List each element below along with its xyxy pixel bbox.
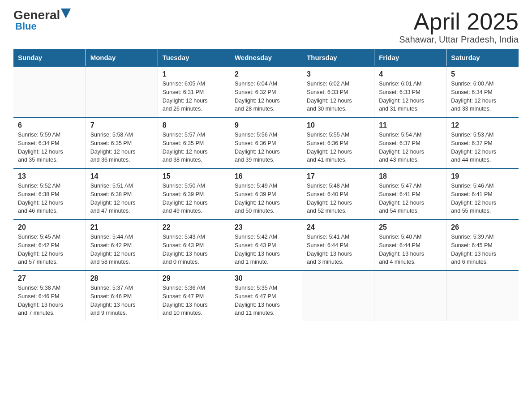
day-info: Sunrise: 5:43 AM Sunset: 6:43 PM Dayligh… — [163, 233, 225, 266]
day-info: Sunrise: 5:53 AM Sunset: 6:37 PM Dayligh… — [451, 131, 514, 164]
calendar-cell — [446, 270, 519, 321]
day-number: 30 — [235, 274, 297, 283]
calendar-cell — [86, 66, 158, 117]
day-number: 18 — [379, 172, 442, 180]
calendar-cell: 7Sunrise: 5:58 AM Sunset: 6:35 PM Daylig… — [86, 117, 158, 168]
calendar-week-row: 6Sunrise: 5:59 AM Sunset: 6:34 PM Daylig… — [13, 117, 519, 168]
day-number: 26 — [451, 223, 514, 231]
calendar-cell: 20Sunrise: 5:45 AM Sunset: 6:42 PM Dayli… — [13, 219, 86, 270]
calendar-cell: 10Sunrise: 5:55 AM Sunset: 6:36 PM Dayli… — [302, 117, 374, 168]
col-header-monday: Monday — [86, 49, 158, 66]
title-block: April 2025 Sahawar, Uttar Pradesh, India — [399, 9, 519, 45]
day-info: Sunrise: 5:46 AM Sunset: 6:41 PM Dayligh… — [451, 182, 514, 215]
day-info: Sunrise: 5:51 AM Sunset: 6:38 PM Dayligh… — [90, 182, 153, 215]
col-header-saturday: Saturday — [446, 49, 519, 66]
day-info: Sunrise: 5:49 AM Sunset: 6:39 PM Dayligh… — [235, 182, 297, 215]
calendar-cell: 30Sunrise: 5:35 AM Sunset: 6:47 PM Dayli… — [230, 270, 302, 321]
calendar-cell — [13, 66, 86, 117]
calendar-cell: 6Sunrise: 5:59 AM Sunset: 6:34 PM Daylig… — [13, 117, 86, 168]
day-number: 19 — [451, 172, 514, 180]
calendar-cell: 4Sunrise: 6:01 AM Sunset: 6:33 PM Daylig… — [374, 66, 446, 117]
calendar-cell: 16Sunrise: 5:49 AM Sunset: 6:39 PM Dayli… — [230, 168, 302, 219]
calendar-cell — [302, 270, 374, 321]
calendar-week-row: 20Sunrise: 5:45 AM Sunset: 6:42 PM Dayli… — [13, 219, 519, 270]
calendar-cell: 3Sunrise: 6:02 AM Sunset: 6:33 PM Daylig… — [302, 66, 374, 117]
col-header-thursday: Thursday — [302, 49, 374, 66]
day-number: 28 — [90, 274, 153, 283]
calendar-cell: 24Sunrise: 5:41 AM Sunset: 6:44 PM Dayli… — [302, 219, 374, 270]
calendar-cell: 2Sunrise: 6:04 AM Sunset: 6:32 PM Daylig… — [230, 66, 302, 117]
day-info: Sunrise: 5:41 AM Sunset: 6:44 PM Dayligh… — [307, 233, 369, 266]
day-info: Sunrise: 5:35 AM Sunset: 6:47 PM Dayligh… — [235, 284, 297, 317]
calendar-cell: 1Sunrise: 6:05 AM Sunset: 6:31 PM Daylig… — [158, 66, 230, 117]
day-info: Sunrise: 5:37 AM Sunset: 6:46 PM Dayligh… — [90, 284, 153, 317]
day-info: Sunrise: 5:39 AM Sunset: 6:45 PM Dayligh… — [451, 233, 514, 266]
day-info: Sunrise: 5:50 AM Sunset: 6:39 PM Dayligh… — [163, 182, 225, 215]
day-number: 22 — [163, 223, 225, 231]
day-number: 3 — [307, 70, 369, 78]
calendar-cell: 25Sunrise: 5:40 AM Sunset: 6:44 PM Dayli… — [374, 219, 446, 270]
day-number: 16 — [235, 172, 297, 180]
day-number: 12 — [451, 121, 514, 129]
day-info: Sunrise: 6:02 AM Sunset: 6:33 PM Dayligh… — [307, 80, 369, 113]
page-title: April 2025 — [399, 9, 519, 34]
day-info: Sunrise: 5:57 AM Sunset: 6:35 PM Dayligh… — [163, 131, 225, 164]
day-info: Sunrise: 5:54 AM Sunset: 6:37 PM Dayligh… — [379, 131, 442, 164]
day-number: 14 — [90, 172, 153, 180]
day-info: Sunrise: 5:40 AM Sunset: 6:44 PM Dayligh… — [379, 233, 442, 266]
day-info: Sunrise: 5:52 AM Sunset: 6:38 PM Dayligh… — [18, 182, 81, 215]
calendar-header-row: SundayMondayTuesdayWednesdayThursdayFrid… — [13, 49, 519, 66]
day-number: 15 — [163, 172, 225, 180]
calendar-cell: 27Sunrise: 5:38 AM Sunset: 6:46 PM Dayli… — [13, 270, 86, 321]
calendar-cell: 21Sunrise: 5:44 AM Sunset: 6:42 PM Dayli… — [86, 219, 158, 270]
calendar-cell: 28Sunrise: 5:37 AM Sunset: 6:46 PM Dayli… — [86, 270, 158, 321]
day-info: Sunrise: 5:42 AM Sunset: 6:43 PM Dayligh… — [235, 233, 297, 266]
logo-blue-text: Blue — [15, 21, 37, 32]
day-info: Sunrise: 5:59 AM Sunset: 6:34 PM Dayligh… — [18, 131, 81, 164]
day-number: 29 — [163, 274, 225, 283]
day-info: Sunrise: 5:56 AM Sunset: 6:36 PM Dayligh… — [235, 131, 297, 164]
day-number: 21 — [90, 223, 153, 231]
day-info: Sunrise: 5:36 AM Sunset: 6:47 PM Dayligh… — [163, 284, 225, 317]
day-number: 10 — [307, 121, 369, 129]
day-number: 5 — [451, 70, 514, 78]
calendar-cell: 22Sunrise: 5:43 AM Sunset: 6:43 PM Dayli… — [158, 219, 230, 270]
day-info: Sunrise: 5:48 AM Sunset: 6:40 PM Dayligh… — [307, 182, 369, 215]
calendar-week-row: 27Sunrise: 5:38 AM Sunset: 6:46 PM Dayli… — [13, 270, 519, 321]
day-number: 27 — [18, 274, 81, 283]
day-info: Sunrise: 5:55 AM Sunset: 6:36 PM Dayligh… — [307, 131, 369, 164]
day-info: Sunrise: 5:44 AM Sunset: 6:42 PM Dayligh… — [90, 233, 153, 266]
day-info: Sunrise: 6:00 AM Sunset: 6:34 PM Dayligh… — [451, 80, 514, 113]
page-subtitle: Sahawar, Uttar Pradesh, India — [399, 34, 519, 45]
calendar-cell: 29Sunrise: 5:36 AM Sunset: 6:47 PM Dayli… — [158, 270, 230, 321]
calendar-week-row: 1Sunrise: 6:05 AM Sunset: 6:31 PM Daylig… — [13, 66, 519, 117]
calendar-cell — [374, 270, 446, 321]
day-info: Sunrise: 5:45 AM Sunset: 6:42 PM Dayligh… — [18, 233, 81, 266]
calendar-cell: 5Sunrise: 6:00 AM Sunset: 6:34 PM Daylig… — [446, 66, 519, 117]
day-info: Sunrise: 5:38 AM Sunset: 6:46 PM Dayligh… — [18, 284, 81, 317]
day-info: Sunrise: 5:47 AM Sunset: 6:41 PM Dayligh… — [379, 182, 442, 215]
day-number: 4 — [379, 70, 442, 78]
calendar-cell: 12Sunrise: 5:53 AM Sunset: 6:37 PM Dayli… — [446, 117, 519, 168]
col-header-sunday: Sunday — [13, 49, 86, 66]
day-number: 23 — [235, 223, 297, 231]
day-number: 6 — [18, 121, 81, 129]
calendar-cell: 19Sunrise: 5:46 AM Sunset: 6:41 PM Dayli… — [446, 168, 519, 219]
day-number: 20 — [18, 223, 81, 231]
day-number: 2 — [235, 70, 297, 78]
calendar-cell: 18Sunrise: 5:47 AM Sunset: 6:41 PM Dayli… — [374, 168, 446, 219]
calendar-table: SundayMondayTuesdayWednesdayThursdayFrid… — [13, 49, 519, 321]
calendar-cell: 14Sunrise: 5:51 AM Sunset: 6:38 PM Dayli… — [86, 168, 158, 219]
day-number: 25 — [379, 223, 442, 231]
col-header-tuesday: Tuesday — [158, 49, 230, 66]
day-number: 9 — [235, 121, 297, 129]
day-number: 7 — [90, 121, 153, 129]
calendar-cell: 8Sunrise: 5:57 AM Sunset: 6:35 PM Daylig… — [158, 117, 230, 168]
logo-arrow-icon — [61, 9, 71, 18]
calendar-cell: 11Sunrise: 5:54 AM Sunset: 6:37 PM Dayli… — [374, 117, 446, 168]
calendar-cell: 15Sunrise: 5:50 AM Sunset: 6:39 PM Dayli… — [158, 168, 230, 219]
calendar-week-row: 13Sunrise: 5:52 AM Sunset: 6:38 PM Dayli… — [13, 168, 519, 219]
col-header-friday: Friday — [374, 49, 446, 66]
logo-general-text: General — [13, 9, 60, 21]
day-number: 24 — [307, 223, 369, 231]
